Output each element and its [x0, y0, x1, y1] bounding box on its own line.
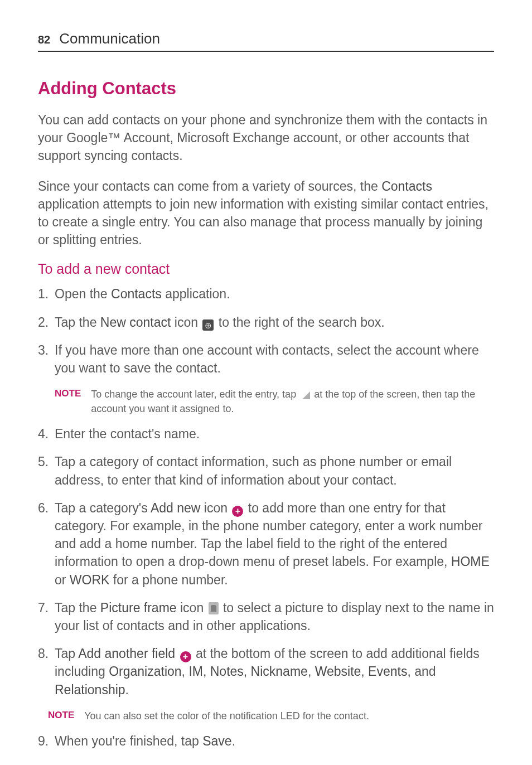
- contacts-app-name: Contacts: [111, 287, 162, 301]
- add-another-field-label: Add another field: [78, 646, 175, 661]
- text-fragment: Tap: [55, 646, 78, 661]
- intro-para-2: Since your contacts can come from a vari…: [38, 177, 494, 249]
- text-fragment: Tap the: [55, 315, 100, 330]
- text-fragment: Since your contacts can come from a vari…: [38, 179, 381, 193]
- nickname-label: Nickname: [251, 664, 308, 679]
- intro-para-1: You can add contacts on your phone and s…: [38, 111, 494, 165]
- note-text: You can also set the color of the notifi…: [84, 709, 369, 723]
- text-fragment: Tap a category's: [55, 501, 151, 515]
- text-fragment: icon: [177, 601, 207, 615]
- picture-frame-icon: [209, 602, 219, 614]
- note-label: NOTE: [55, 387, 81, 416]
- add-new-plus-icon: [232, 506, 243, 517]
- step-6: Tap a category's Add new icon to add mor…: [38, 499, 494, 589]
- step-8: Tap Add another field at the bottom of t…: [38, 645, 494, 699]
- note-2: NOTE You can also set the color of the n…: [38, 709, 494, 723]
- text-fragment: application attempts to join new informa…: [38, 197, 489, 247]
- steps-list-continued: Enter the contact's name. Tap a category…: [38, 425, 494, 698]
- subsection-heading: To add a new contact: [38, 261, 494, 277]
- steps-list-final: When you're finished, tap Save.: [38, 732, 494, 750]
- text-fragment: , and: [407, 664, 436, 679]
- step-1: Open the Contacts application.: [38, 285, 494, 303]
- text-fragment: or: [55, 573, 70, 587]
- step-2: Tap the New contact icon to the right of…: [38, 313, 494, 331]
- step-3: If you have more than one account with c…: [38, 341, 494, 377]
- text-fragment: application.: [162, 287, 230, 301]
- page-header: 82 Communication: [38, 30, 494, 52]
- text-fragment: to the right of the search box.: [215, 315, 384, 330]
- note-text: To change the account later, edit the en…: [91, 387, 494, 416]
- contacts-app-name: Contacts: [381, 179, 432, 193]
- text-fragment: ,: [361, 664, 368, 679]
- text-fragment: [175, 646, 178, 661]
- text-fragment: ,: [244, 664, 251, 679]
- text-fragment: To change the account later, edit the en…: [91, 389, 299, 400]
- note-1: NOTE To change the account later, edit t…: [38, 387, 494, 416]
- steps-list: Open the Contacts application. Tap the N…: [38, 285, 494, 377]
- text-fragment: icon: [171, 315, 201, 330]
- header-title: Communication: [59, 30, 160, 47]
- add-new-label: Add new: [151, 501, 201, 515]
- step-7: Tap the Picture frame icon to select a p…: [38, 599, 494, 635]
- text-fragment: ,: [308, 664, 315, 679]
- text-fragment: .: [232, 734, 235, 748]
- section-heading: Adding Contacts: [38, 79, 494, 99]
- picture-frame-label: Picture frame: [100, 601, 177, 615]
- home-label: HOME: [451, 554, 490, 569]
- save-label: Save: [202, 734, 231, 748]
- note-label: NOTE: [48, 709, 74, 723]
- events-label: Events: [368, 664, 407, 679]
- notes-label: Notes: [210, 664, 244, 679]
- page-number: 82: [38, 33, 50, 46]
- text-fragment: When you're finished, tap: [55, 734, 202, 748]
- text-fragment: icon: [200, 501, 231, 515]
- website-label: Website: [315, 664, 361, 679]
- new-contact-label: New contact: [100, 315, 171, 330]
- edit-pencil-icon: [300, 389, 310, 399]
- step-9: When you're finished, tap Save.: [38, 732, 494, 750]
- work-label: WORK: [70, 573, 110, 587]
- organization-label: Organization: [109, 664, 181, 679]
- step-5: Tap a category of contact information, s…: [38, 453, 494, 488]
- text-fragment: Open the: [55, 287, 111, 301]
- new-contact-plus-icon: [202, 319, 214, 331]
- text-fragment: .: [125, 682, 129, 697]
- text-fragment: Tap the: [55, 601, 100, 615]
- text-fragment: for a phone number.: [109, 573, 228, 587]
- im-label: IM: [188, 664, 203, 679]
- text-fragment: ,: [203, 664, 210, 679]
- step-4: Enter the contact's name.: [38, 425, 494, 443]
- add-field-plus-icon: [180, 651, 191, 662]
- text-fragment: ,: [182, 664, 189, 679]
- relationship-label: Relationship: [55, 682, 125, 697]
